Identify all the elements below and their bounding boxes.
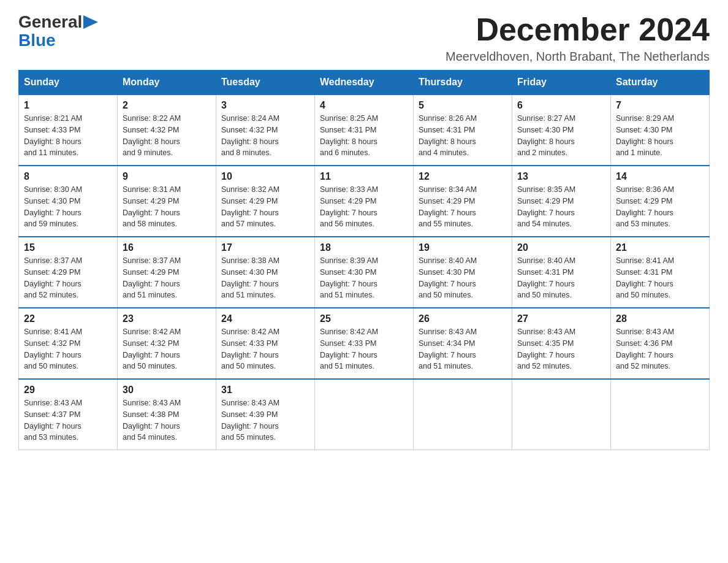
calendar-cell: 25 Sunrise: 8:42 AMSunset: 4:33 PMDaylig… — [315, 308, 414, 379]
calendar-cell: 6 Sunrise: 8:27 AMSunset: 4:30 PMDayligh… — [512, 94, 611, 166]
week-row-4: 22 Sunrise: 8:41 AMSunset: 4:32 PMDaylig… — [19, 308, 710, 379]
day-number: 10 — [221, 171, 309, 182]
day-number: 29 — [24, 385, 112, 396]
calendar-cell: 26 Sunrise: 8:43 AMSunset: 4:34 PMDaylig… — [414, 308, 512, 379]
day-info: Sunrise: 8:39 AMSunset: 4:30 PMDaylight:… — [320, 255, 408, 301]
calendar-cell: 18 Sunrise: 8:39 AMSunset: 4:30 PMDaylig… — [315, 237, 414, 308]
day-number: 30 — [123, 385, 211, 396]
calendar-cell: 15 Sunrise: 8:37 AMSunset: 4:29 PMDaylig… — [19, 237, 118, 308]
day-info: Sunrise: 8:43 AMSunset: 4:39 PMDaylight:… — [221, 397, 309, 443]
day-number: 31 — [221, 385, 309, 396]
day-number: 19 — [419, 242, 507, 253]
calendar-cell — [414, 379, 512, 450]
calendar-cell: 21 Sunrise: 8:41 AMSunset: 4:31 PMDaylig… — [611, 237, 710, 308]
day-info: Sunrise: 8:38 AMSunset: 4:30 PMDaylight:… — [221, 255, 309, 301]
day-number: 12 — [419, 171, 507, 182]
day-info: Sunrise: 8:42 AMSunset: 4:32 PMDaylight:… — [123, 326, 211, 372]
day-info: Sunrise: 8:21 AMSunset: 4:33 PMDaylight:… — [24, 113, 112, 159]
calendar-cell: 17 Sunrise: 8:38 AMSunset: 4:30 PMDaylig… — [216, 237, 315, 308]
day-number: 22 — [24, 313, 112, 324]
day-number: 24 — [221, 313, 309, 324]
location-subtitle: Meerveldhoven, North Brabant, The Nether… — [446, 50, 710, 64]
day-info: Sunrise: 8:33 AMSunset: 4:29 PMDaylight:… — [320, 184, 408, 230]
day-number: 27 — [517, 313, 605, 324]
logo-general-text: General — [18, 12, 82, 32]
calendar-cell: 28 Sunrise: 8:43 AMSunset: 4:36 PMDaylig… — [611, 308, 710, 379]
week-row-5: 29 Sunrise: 8:43 AMSunset: 4:37 PMDaylig… — [19, 379, 710, 450]
day-number: 9 — [123, 171, 211, 182]
day-info: Sunrise: 8:43 AMSunset: 4:37 PMDaylight:… — [24, 397, 112, 443]
day-number: 5 — [419, 100, 507, 111]
day-number: 15 — [24, 242, 112, 253]
header-thursday: Thursday — [414, 71, 512, 95]
day-number: 28 — [616, 313, 704, 324]
day-number: 8 — [24, 171, 112, 182]
day-info: Sunrise: 8:24 AMSunset: 4:32 PMDaylight:… — [221, 113, 309, 159]
day-number: 20 — [517, 242, 605, 253]
day-info: Sunrise: 8:29 AMSunset: 4:30 PMDaylight:… — [616, 113, 704, 159]
calendar-cell: 2 Sunrise: 8:22 AMSunset: 4:32 PMDayligh… — [118, 94, 216, 166]
day-info: Sunrise: 8:36 AMSunset: 4:29 PMDaylight:… — [616, 184, 704, 230]
title-area: December 2024 Meerveldhoven, North Braba… — [446, 12, 710, 64]
logo-arrow-icon — [83, 15, 98, 29]
day-info: Sunrise: 8:30 AMSunset: 4:30 PMDaylight:… — [24, 184, 112, 230]
day-info: Sunrise: 8:25 AMSunset: 4:31 PMDaylight:… — [320, 113, 408, 159]
logo-blue-text: Blue — [18, 32, 98, 49]
calendar-cell: 8 Sunrise: 8:30 AMSunset: 4:30 PMDayligh… — [19, 166, 118, 237]
day-number: 17 — [221, 242, 309, 253]
calendar-cell: 9 Sunrise: 8:31 AMSunset: 4:29 PMDayligh… — [118, 166, 216, 237]
day-info: Sunrise: 8:40 AMSunset: 4:30 PMDaylight:… — [419, 255, 507, 301]
day-info: Sunrise: 8:26 AMSunset: 4:31 PMDaylight:… — [419, 113, 507, 159]
day-info: Sunrise: 8:43 AMSunset: 4:35 PMDaylight:… — [517, 326, 605, 372]
day-number: 23 — [123, 313, 211, 324]
day-number: 6 — [517, 100, 605, 111]
day-number: 3 — [221, 100, 309, 111]
calendar-cell: 31 Sunrise: 8:43 AMSunset: 4:39 PMDaylig… — [216, 379, 315, 450]
header-tuesday: Tuesday — [216, 71, 315, 95]
header-monday: Monday — [118, 71, 216, 95]
calendar-cell: 19 Sunrise: 8:40 AMSunset: 4:30 PMDaylig… — [414, 237, 512, 308]
svg-marker-0 — [83, 15, 98, 29]
header-wednesday: Wednesday — [315, 71, 414, 95]
calendar-cell — [315, 379, 414, 450]
header-friday: Friday — [512, 71, 611, 95]
day-info: Sunrise: 8:34 AMSunset: 4:29 PMDaylight:… — [419, 184, 507, 230]
day-info: Sunrise: 8:35 AMSunset: 4:29 PMDaylight:… — [517, 184, 605, 230]
header-saturday: Saturday — [611, 71, 710, 95]
day-info: Sunrise: 8:42 AMSunset: 4:33 PMDaylight:… — [221, 326, 309, 372]
logo: General Blue — [18, 12, 98, 49]
header: General Blue December 2024 Meerveldhoven… — [18, 12, 710, 64]
day-info: Sunrise: 8:43 AMSunset: 4:36 PMDaylight:… — [616, 326, 704, 372]
day-number: 16 — [123, 242, 211, 253]
calendar-cell: 1 Sunrise: 8:21 AMSunset: 4:33 PMDayligh… — [19, 94, 118, 166]
day-number: 25 — [320, 313, 408, 324]
calendar-cell: 23 Sunrise: 8:42 AMSunset: 4:32 PMDaylig… — [118, 308, 216, 379]
calendar-cell — [512, 379, 611, 450]
calendar-cell: 10 Sunrise: 8:32 AMSunset: 4:29 PMDaylig… — [216, 166, 315, 237]
month-year-title: December 2024 — [446, 12, 710, 47]
day-number: 18 — [320, 242, 408, 253]
day-number: 1 — [24, 100, 112, 111]
header-sunday: Sunday — [19, 71, 118, 95]
calendar-cell: 27 Sunrise: 8:43 AMSunset: 4:35 PMDaylig… — [512, 308, 611, 379]
calendar-cell: 7 Sunrise: 8:29 AMSunset: 4:30 PMDayligh… — [611, 94, 710, 166]
day-number: 4 — [320, 100, 408, 111]
day-number: 14 — [616, 171, 704, 182]
calendar-cell: 3 Sunrise: 8:24 AMSunset: 4:32 PMDayligh… — [216, 94, 315, 166]
calendar-cell: 12 Sunrise: 8:34 AMSunset: 4:29 PMDaylig… — [414, 166, 512, 237]
calendar-cell — [611, 379, 710, 450]
day-number: 2 — [123, 100, 211, 111]
calendar-table: SundayMondayTuesdayWednesdayThursdayFrid… — [18, 70, 710, 450]
week-row-3: 15 Sunrise: 8:37 AMSunset: 4:29 PMDaylig… — [19, 237, 710, 308]
day-info: Sunrise: 8:43 AMSunset: 4:34 PMDaylight:… — [419, 326, 507, 372]
day-number: 13 — [517, 171, 605, 182]
calendar-header-row: SundayMondayTuesdayWednesdayThursdayFrid… — [19, 71, 710, 95]
day-number: 7 — [616, 100, 704, 111]
calendar-cell: 16 Sunrise: 8:37 AMSunset: 4:29 PMDaylig… — [118, 237, 216, 308]
calendar-cell: 14 Sunrise: 8:36 AMSunset: 4:29 PMDaylig… — [611, 166, 710, 237]
day-info: Sunrise: 8:27 AMSunset: 4:30 PMDaylight:… — [517, 113, 605, 159]
day-info: Sunrise: 8:22 AMSunset: 4:32 PMDaylight:… — [123, 113, 211, 159]
calendar-cell: 20 Sunrise: 8:40 AMSunset: 4:31 PMDaylig… — [512, 237, 611, 308]
calendar-cell: 22 Sunrise: 8:41 AMSunset: 4:32 PMDaylig… — [19, 308, 118, 379]
day-info: Sunrise: 8:37 AMSunset: 4:29 PMDaylight:… — [123, 255, 211, 301]
